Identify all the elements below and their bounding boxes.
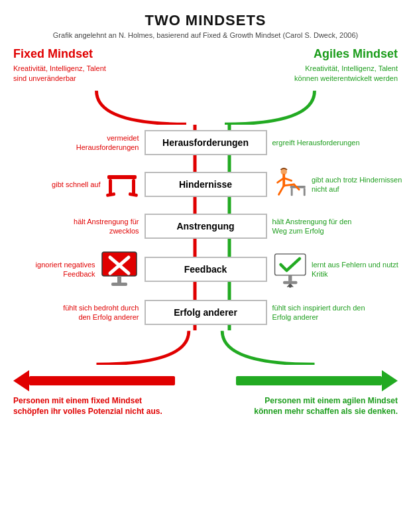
main-title: TWO MINDSETS <box>7 12 404 29</box>
agile-description: Kreativität, Intelligenz, Talent können … <box>282 64 398 84</box>
left-col-1: vermeidet Herausforderungen <box>7 133 145 153</box>
runner-icon <box>272 166 308 203</box>
fixed-arrow-label: Personen mit einem fixed Mindset schöpfe… <box>13 395 166 417</box>
arrows-section: Personen mit einem fixed Mindset schöpfe… <box>7 370 404 417</box>
agile-annotation-4: lernt aus Fehlern und nutzt Kritik <box>312 260 404 279</box>
svg-line-14 <box>278 186 284 194</box>
right-arrow-shaft <box>236 376 382 385</box>
svg-rect-24 <box>283 281 297 284</box>
header: TWO MINDSETS Grafik angelehnt an N. Holm… <box>7 12 404 40</box>
agile-annotation-3: hält Anstrengung für den Weg zum Erfolg <box>272 217 365 236</box>
svg-rect-4 <box>132 179 135 195</box>
row-anstrengung: hält Anstrengung für zwecklos Anstrengun… <box>7 208 404 244</box>
svg-rect-9 <box>303 188 305 196</box>
row-feedback: ignoriert negatives Feedback Feedback <box>7 244 404 295</box>
svg-line-15 <box>284 184 294 186</box>
row-herausforderungen: vermeidet Herausforderungen Herausforder… <box>7 125 404 161</box>
hurdle-left-icon <box>105 168 139 200</box>
center-label-2: Hindernisse <box>145 172 267 197</box>
left-arrow <box>13 370 175 391</box>
rows-wrapper: vermeidet Herausforderungen Herausforder… <box>7 125 404 330</box>
mindset-descriptions: Kreativität, Intelligenz, Talent sind un… <box>7 64 404 84</box>
svg-rect-23 <box>288 275 292 281</box>
right-arrow-head <box>382 370 398 391</box>
agile-annotation-2: gibt auch trotz Hindernissen nicht auf <box>312 175 404 194</box>
left-col-5: fühlt sich bedroht durch den Erfolg ande… <box>7 303 145 322</box>
svg-rect-2 <box>107 175 137 179</box>
left-col-3: hält Anstrengung für zwecklos <box>7 217 145 236</box>
left-col-4: ignoriert negatives Feedback <box>7 249 145 289</box>
left-arrow-container: Personen mit einem fixed Mindset schöpfe… <box>13 370 206 417</box>
left-arrow-head <box>13 370 29 391</box>
agile-annotation-5: fühlt sich inspiriert durch den Erfolg a… <box>272 303 365 322</box>
fixed-mindset-label: Fixed Mindset <box>13 47 93 61</box>
fixed-annotation-5: fühlt sich bedroht durch den Erfolg ande… <box>60 303 139 322</box>
right-col-2: gibt auch trotz Hindernissen nicht auf <box>267 166 405 203</box>
left-col-2: gibt schnell auf <box>7 168 145 200</box>
agile-arrow-label: Personen mit einem agilen Mindset können… <box>245 395 398 417</box>
monitor-green-icon <box>272 249 308 289</box>
left-arrow-shaft <box>29 376 175 385</box>
svg-rect-21 <box>111 283 127 286</box>
fixed-annotation-3: hält Anstrengung für zwecklos <box>60 217 139 236</box>
right-arrow-container: Personen mit einem agilen Mindset können… <box>206 370 398 417</box>
center-label-3: Anstrengung <box>145 214 267 239</box>
bottom-connector <box>7 330 404 365</box>
agile-mindset-label: Agiles Mindset <box>314 47 398 61</box>
top-connector-svg <box>7 90 404 125</box>
fixed-description: Kreativität, Intelligenz, Talent sind un… <box>13 64 116 84</box>
top-connector <box>7 90 404 125</box>
fixed-annotation-4: ignoriert negatives Feedback <box>16 260 95 279</box>
agile-annotation-1: ergreift Herausforderungen <box>272 138 360 147</box>
center-label-5: Erfolg anderer <box>145 300 267 325</box>
right-col-3: hält Anstrengung für den Weg zum Erfolg <box>267 217 405 236</box>
row-erfolg: fühlt sich bedroht durch den Erfolg ande… <box>7 295 404 330</box>
right-col-1: ergreift Herausforderungen <box>267 138 405 147</box>
center-label-1: Herausforderungen <box>145 130 267 155</box>
monitor-red-icon <box>99 249 139 289</box>
center-label-4: Feedback <box>145 257 267 282</box>
bottom-connector-svg <box>7 330 404 365</box>
row-hindernisse: gibt schnell auf Hindernisse <box>7 161 404 208</box>
svg-rect-3 <box>109 179 112 195</box>
right-col-4: lernt aus Fehlern und nutzt Kritik <box>267 249 405 289</box>
fixed-annotation-2: gibt schnell auf <box>52 180 100 189</box>
mindset-labels: Fixed Mindset Agiles Mindset <box>7 47 404 61</box>
fixed-annotation-1: vermeidet Herausforderungen <box>60 133 139 153</box>
subtitle: Grafik angelehnt an N. Holmes, basierend… <box>7 31 404 40</box>
right-col-5: fühlt sich inspiriert durch den Erfolg a… <box>267 303 405 322</box>
svg-rect-8 <box>290 188 292 196</box>
svg-rect-20 <box>117 276 121 283</box>
right-arrow <box>236 370 398 391</box>
page-container: TWO MINDSETS Grafik angelehnt an N. Holm… <box>0 0 411 532</box>
